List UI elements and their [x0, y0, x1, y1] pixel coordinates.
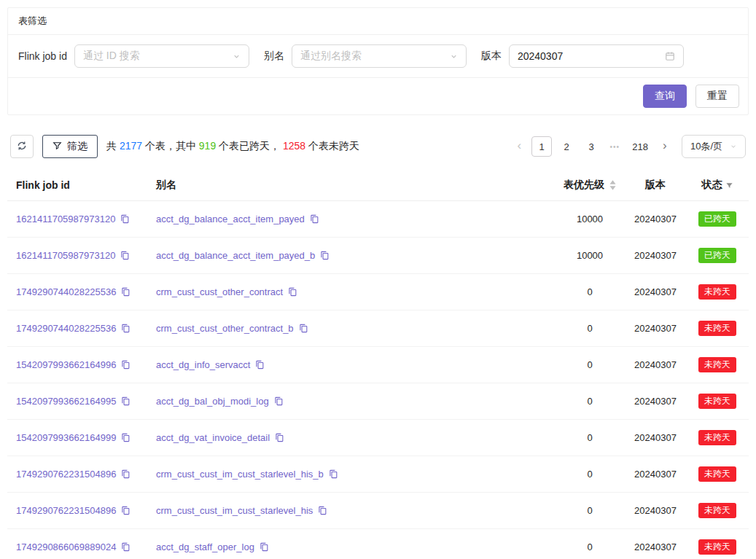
column-header-status: 状态 — [686, 170, 749, 201]
copy-icon[interactable] — [274, 396, 284, 406]
page-button-2[interactable]: 2 — [556, 136, 577, 157]
copy-icon[interactable] — [121, 287, 130, 297]
alias-link[interactable]: acct_dg_balance_acct_item_payed_b — [156, 250, 315, 261]
status-badge: 未跨天 — [698, 284, 736, 300]
alias-link[interactable]: acct_dg_vat_invoice_detail — [156, 432, 270, 443]
job-id-link[interactable]: 1621411705987973120 — [16, 214, 115, 224]
job-id-link[interactable]: 1542097993662164999 — [16, 432, 116, 443]
filter-toggle-button[interactable]: 筛选 — [42, 135, 98, 158]
summary-part: 共 — [106, 140, 120, 152]
filter-card: 表筛选 Flink job id 通过 ID 搜索 别名 通过别名搜索 — [7, 7, 749, 115]
alias-link[interactable]: crm_cust_cust_im_cust_starlevel_his — [156, 505, 313, 516]
status-badge: 未跨天 — [698, 539, 736, 555]
refresh-button[interactable] — [10, 135, 34, 158]
copy-icon[interactable] — [310, 214, 319, 224]
table-filter-page: 表筛选 Flink job id 通过 ID 搜索 别名 通过别名搜索 — [0, 0, 756, 559]
table-row: 1749290744028225536crm_cust_cust_other_c… — [7, 310, 749, 347]
copy-icon[interactable] — [299, 324, 308, 333]
copy-icon[interactable] — [120, 251, 130, 260]
job-id-link[interactable]: 1749290762231504896 — [16, 505, 116, 516]
flink-job-id-field: Flink job id 通过 ID 搜索 — [18, 44, 249, 68]
alias-link[interactable]: acct_dg_staff_oper_log — [156, 542, 254, 552]
alias-link[interactable]: acct_dg_balance_acct_item_payed — [156, 214, 305, 224]
table-row: 1542097993662164999acct_dg_vat_invoice_d… — [7, 420, 749, 456]
flink-job-id-placeholder: 通过 ID 搜索 — [83, 50, 140, 63]
copy-icon[interactable] — [260, 542, 269, 552]
copy-icon[interactable] — [329, 469, 338, 479]
version-field: 版本 20240307 — [481, 44, 684, 68]
copy-icon[interactable] — [121, 360, 130, 370]
version-cell: 20240307 — [625, 347, 686, 383]
alias-label: 别名 — [264, 50, 284, 63]
priority-cell: 0 — [555, 347, 625, 383]
chevron-down-icon — [730, 143, 737, 150]
copy-icon[interactable] — [121, 506, 130, 515]
sort-icon[interactable] — [609, 180, 616, 190]
page-size-select[interactable]: 10条/页 — [682, 135, 746, 158]
reset-button[interactable]: 重置 — [695, 85, 739, 108]
copy-icon[interactable] — [121, 396, 130, 406]
column-header-version: 版本 — [625, 170, 686, 201]
summary-part: 个表未跨天 — [305, 140, 359, 152]
version-cell: 20240307 — [625, 383, 686, 420]
copy-icon[interactable] — [288, 287, 297, 297]
job-id-link[interactable]: 1542097993662164995 — [16, 396, 116, 407]
version-cell: 20240307 — [625, 310, 686, 347]
copy-icon[interactable] — [121, 433, 130, 442]
next-page-button[interactable]: › — [657, 136, 673, 157]
table-row: 1621411705987973120acct_dg_balance_acct_… — [7, 238, 749, 274]
job-id-link[interactable]: 1749290866069889024 — [16, 542, 116, 552]
job-id-link[interactable]: 1749290744028225536 — [16, 323, 116, 334]
copy-icon[interactable] — [320, 251, 330, 260]
priority-cell: 0 — [555, 493, 625, 529]
column-filter-icon[interactable] — [725, 181, 733, 189]
version-date-input[interactable]: 20240307 — [509, 44, 684, 68]
tables-table: Flink job id 别名 表优先级 版本 状态 — [7, 170, 749, 559]
copy-icon[interactable] — [120, 214, 130, 224]
job-id-link[interactable]: 1749290762231504896 — [16, 469, 116, 480]
alias-link[interactable]: acct_dg_bal_obj_modi_log — [156, 396, 269, 407]
column-header-alias: 别名 — [150, 170, 555, 201]
table-header-row: Flink job id 别名 表优先级 版本 状态 — [7, 170, 749, 201]
alias-select[interactable]: 通过别名搜索 — [292, 44, 467, 68]
version-cell: 20240307 — [625, 420, 686, 456]
priority-cell: 0 — [555, 420, 625, 456]
copy-icon[interactable] — [255, 360, 265, 370]
copy-icon[interactable] — [121, 324, 130, 333]
summary-text: 共 2177 个表，其中 919 个表已跨天， 1258 个表未跨天 — [106, 140, 502, 153]
table-body: 1621411705987973120acct_dg_balance_acct_… — [7, 201, 749, 559]
status-badge: 未跨天 — [698, 321, 736, 336]
copy-icon[interactable] — [121, 542, 130, 552]
summary-part: 个表已跨天， — [216, 140, 283, 152]
version-label: 版本 — [481, 50, 502, 63]
table-row: 1621411705987973120acct_dg_balance_acct_… — [7, 201, 749, 238]
alias-link[interactable]: crm_cust_cust_im_cust_starlevel_his_b — [156, 469, 324, 480]
page-button-3[interactable]: 3 — [581, 136, 601, 157]
status-badge: 未跨天 — [698, 503, 736, 518]
page-ellipsis[interactable]: ••• — [606, 143, 623, 151]
page-button-218[interactable]: 218 — [628, 136, 652, 157]
column-header-priority[interactable]: 表优先级 — [555, 170, 625, 201]
prev-page-button[interactable]: ‹ — [511, 136, 527, 157]
alias-link[interactable]: acct_dg_info_servacct — [156, 359, 250, 370]
filter-card-title: 表筛选 — [8, 8, 748, 35]
copy-icon[interactable] — [121, 469, 130, 479]
version-cell: 20240307 — [625, 529, 686, 559]
job-id-link[interactable]: 1542097993662164996 — [16, 359, 116, 370]
priority-cell: 0 — [555, 274, 625, 310]
flink-job-id-select[interactable]: 通过 ID 搜索 — [74, 44, 249, 68]
page-button-1[interactable]: 1 — [531, 136, 552, 157]
table-row: 1749290762231504896crm_cust_cust_im_cust… — [7, 456, 749, 493]
column-header-job-id: Flink job id — [7, 170, 150, 201]
status-badge: 未跨天 — [698, 357, 736, 372]
status-badge: 未跨天 — [698, 430, 736, 445]
refresh-icon — [17, 141, 27, 153]
alias-link[interactable]: crm_cust_cust_other_contract_b — [156, 323, 294, 334]
job-id-link[interactable]: 1749290744028225536 — [16, 286, 116, 297]
query-button[interactable]: 查询 — [643, 85, 687, 108]
alias-link[interactable]: crm_cust_cust_other_contract — [156, 286, 283, 297]
copy-icon[interactable] — [318, 506, 327, 515]
copy-icon[interactable] — [275, 433, 284, 442]
job-id-link[interactable]: 1621411705987973120 — [16, 250, 115, 261]
priority-cell: 10000 — [555, 201, 625, 238]
